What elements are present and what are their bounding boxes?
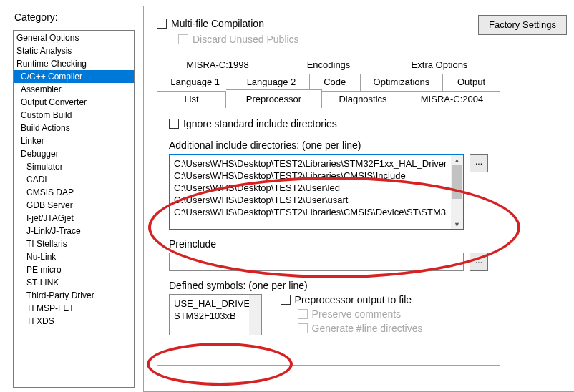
tab[interactable]: Output bbox=[443, 74, 500, 91]
category-item[interactable]: TI Stellaris bbox=[14, 237, 134, 250]
scroll-up-icon[interactable]: ▲ bbox=[451, 155, 463, 165]
scroll-thumb[interactable] bbox=[452, 165, 462, 199]
category-item[interactable]: Debugger bbox=[14, 147, 134, 160]
browse-include-button[interactable]: ... bbox=[470, 154, 488, 172]
category-item[interactable]: C/C++ Compiler bbox=[14, 70, 134, 83]
multi-file-compilation-label: Multi-file Compilation bbox=[171, 18, 264, 29]
category-label: Category: bbox=[14, 11, 135, 23]
tab[interactable]: MISRA-C:2004 bbox=[404, 91, 500, 108]
category-item[interactable]: TI MSP-FET bbox=[14, 302, 134, 315]
category-item[interactable]: I-jet/JTAGjet bbox=[14, 212, 134, 225]
generate-line-directives-label: Generate #line directives bbox=[312, 323, 423, 334]
tab[interactable]: Language 2 bbox=[233, 74, 309, 91]
tab[interactable]: Diagnostics bbox=[322, 91, 404, 108]
tab[interactable]: Code bbox=[310, 74, 361, 91]
category-item[interactable]: CMSIS DAP bbox=[14, 186, 134, 199]
browse-preinclude-button[interactable]: ... bbox=[470, 253, 488, 271]
additional-include-textarea[interactable]: C:\Users\WHS\Desktop\TEST2\Libraries\STM… bbox=[169, 154, 464, 230]
category-item[interactable]: CADI bbox=[14, 173, 134, 186]
tab[interactable]: List bbox=[157, 91, 226, 108]
category-item[interactable]: Custom Build bbox=[14, 109, 134, 122]
category-item[interactable]: TI XDS bbox=[14, 315, 134, 328]
category-item[interactable]: GDB Server bbox=[14, 199, 134, 212]
preprocessor-output-checkbox[interactable]: Preprocessor output to file bbox=[281, 294, 412, 305]
tab[interactable]: Encodings bbox=[278, 57, 379, 74]
ignore-std-include-label: Ignore standard include directories bbox=[183, 118, 337, 129]
category-item[interactable]: ST-LINK bbox=[14, 276, 134, 289]
category-item[interactable]: Simulator bbox=[14, 160, 134, 173]
preserve-comments-label: Preserve comments bbox=[312, 308, 401, 320]
additional-include-label: Additional include directories: (one per… bbox=[169, 139, 488, 151]
category-item[interactable]: Build Actions bbox=[14, 122, 134, 134]
category-item[interactable]: Nu-Link bbox=[14, 250, 134, 263]
scrollbar[interactable] bbox=[249, 295, 261, 335]
tab-strip: MISRA-C:1998EncodingsExtra Options Langu… bbox=[157, 57, 567, 366]
tab-panel-preprocessor: Ignore standard include directories Addi… bbox=[157, 108, 500, 366]
category-item[interactable]: Third-Party Driver bbox=[14, 289, 134, 302]
preinclude-input[interactable] bbox=[169, 253, 464, 271]
ignore-std-include-checkbox[interactable]: Ignore standard include directories bbox=[169, 118, 337, 129]
multi-file-compilation-checkbox[interactable]: Multi-file Compilation bbox=[157, 18, 264, 29]
preserve-comments-checkbox: Preserve comments bbox=[298, 308, 401, 320]
tab[interactable]: Preprocessor bbox=[226, 89, 322, 108]
category-item[interactable]: General Options bbox=[14, 31, 134, 44]
preprocessor-output-label: Preprocessor output to file bbox=[295, 294, 412, 305]
preinclude-label: Preinclude bbox=[169, 238, 488, 250]
category-list[interactable]: General OptionsStatic AnalysisRuntime Ch… bbox=[13, 30, 135, 388]
category-item[interactable]: Linker bbox=[14, 134, 134, 147]
discard-unused-publics-label: Discard Unused Publics bbox=[193, 34, 299, 45]
tab[interactable]: Extra Options bbox=[379, 57, 500, 74]
defined-symbols-textarea[interactable]: USE_HAL_DRIVER STM32F103xB bbox=[169, 294, 262, 335]
defined-symbols-label: Defined symbols: (one per line) bbox=[169, 280, 488, 291]
scroll-down-icon[interactable]: ▼ bbox=[451, 219, 463, 229]
tab[interactable]: Language 1 bbox=[157, 74, 233, 91]
category-item[interactable]: Runtime Checking bbox=[14, 57, 134, 70]
category-item[interactable]: Static Analysis bbox=[14, 44, 134, 57]
category-item[interactable]: PE micro bbox=[14, 263, 134, 276]
category-item[interactable]: Assembler bbox=[14, 83, 134, 96]
discard-unused-publics-checkbox: Discard Unused Publics bbox=[178, 34, 299, 45]
category-item[interactable]: J-Link/J-Trace bbox=[14, 225, 134, 237]
tab[interactable]: Optimizations bbox=[361, 74, 443, 91]
generate-line-directives-checkbox: Generate #line directives bbox=[298, 323, 423, 334]
tab[interactable]: MISRA-C:1998 bbox=[157, 57, 278, 74]
factory-settings-button[interactable]: Factory Settings bbox=[478, 15, 567, 35]
scrollbar[interactable]: ▲ ▼ bbox=[451, 155, 463, 229]
category-item[interactable]: Output Converter bbox=[14, 96, 134, 109]
